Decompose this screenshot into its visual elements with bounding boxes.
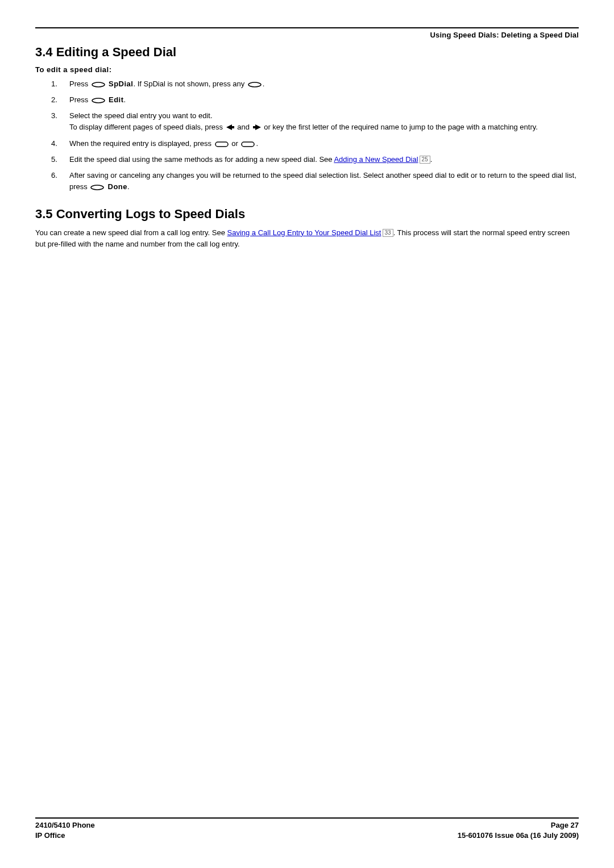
svg-point-0	[92, 82, 105, 87]
step-3-text-a: Select the speed dial entry you want to …	[69, 111, 213, 120]
step-6-label: Done	[105, 182, 127, 191]
step-4-text-b: or	[230, 139, 240, 148]
step-5-text-a: Edit the speed dial using the same metho…	[69, 155, 334, 164]
step-1-text-a: Press	[69, 80, 90, 88]
footer-right-2: 15-601076 Issue 06a (16 July 2009)	[458, 831, 579, 841]
svg-point-1	[248, 82, 261, 87]
step-4-text-c: .	[256, 139, 258, 148]
svg-point-2	[92, 98, 105, 103]
softkey-icon	[215, 141, 229, 147]
softkey-icon	[90, 185, 104, 190]
step-1: Press SpDial. If SpDial is not shown, pr…	[51, 78, 579, 90]
arrow-right-icon	[253, 122, 261, 133]
section-3-5-text-a: You can create a new speed dial from a c…	[35, 228, 227, 237]
page-footer: 2410/5410 Phone Page 27 IP Office 15-601…	[35, 817, 579, 841]
softkey-icon	[241, 141, 255, 147]
softkey-icon	[248, 82, 262, 87]
svg-rect-6	[242, 142, 254, 147]
footer-right-1: Page 27	[551, 820, 579, 831]
section-3-4-steps: Press SpDial. If SpDial is not shown, pr…	[51, 78, 579, 193]
step-5: Edit the speed dial using the same metho…	[51, 154, 579, 165]
svg-rect-5	[215, 142, 228, 147]
footer-left-1: 2410/5410 Phone	[35, 820, 95, 831]
section-3-5-body: You can create a new speed dial from a c…	[35, 227, 579, 250]
step-2-text-c: .	[124, 95, 126, 104]
step-4: When the required entry is displayed, pr…	[51, 138, 579, 149]
section-3-5-heading: 3.5 Converting Logs to Speed Dials	[35, 207, 579, 222]
step-3: Select the speed dial entry you want to …	[51, 110, 579, 133]
header-rule	[35, 27, 579, 28]
step-6-text-a: After saving or canceling any changes yo…	[69, 171, 576, 191]
step-5-text-b: .	[430, 155, 433, 164]
step-6: After saving or canceling any changes yo…	[51, 170, 579, 193]
step-3-text-c: and	[235, 123, 252, 131]
step-1-label: SpDial	[106, 80, 134, 88]
step-2: Press Edit.	[51, 94, 579, 106]
step-6-text-c: .	[127, 182, 130, 191]
breadcrumb: Using Speed Dials: Deleting a Speed Dial	[35, 31, 579, 39]
step-2-text-a: Press	[69, 95, 90, 104]
page-ref-33: 33	[383, 229, 393, 237]
svg-marker-3	[226, 124, 234, 130]
footer-left-2: IP Office	[35, 831, 65, 841]
page-ref-25: 25	[420, 156, 430, 164]
step-2-label: Edit	[106, 95, 124, 104]
footer-rule	[35, 817, 579, 819]
section-3-4-heading: 3.4 Editing a Speed Dial	[35, 45, 579, 60]
section-3-4-intro: To edit a speed dial:	[35, 65, 579, 74]
link-saving-call-log[interactable]: Saving a Call Log Entry to Your Speed Di…	[227, 228, 381, 237]
step-1-text-c: . If SpDial is not shown, press any	[133, 80, 246, 88]
step-3-text-b: To display different pages of speed dial…	[69, 123, 225, 131]
softkey-icon	[92, 98, 105, 103]
link-adding-speed-dial[interactable]: Adding a New Speed Dial	[334, 155, 418, 164]
svg-marker-4	[253, 124, 261, 130]
step-1-text-d: .	[263, 80, 265, 88]
arrow-left-icon	[226, 122, 234, 133]
softkey-icon	[92, 82, 105, 87]
step-3-text-d: or key the first letter of the required …	[262, 123, 538, 131]
svg-point-7	[91, 185, 103, 190]
step-4-text-a: When the required entry is displayed, pr…	[69, 139, 214, 148]
